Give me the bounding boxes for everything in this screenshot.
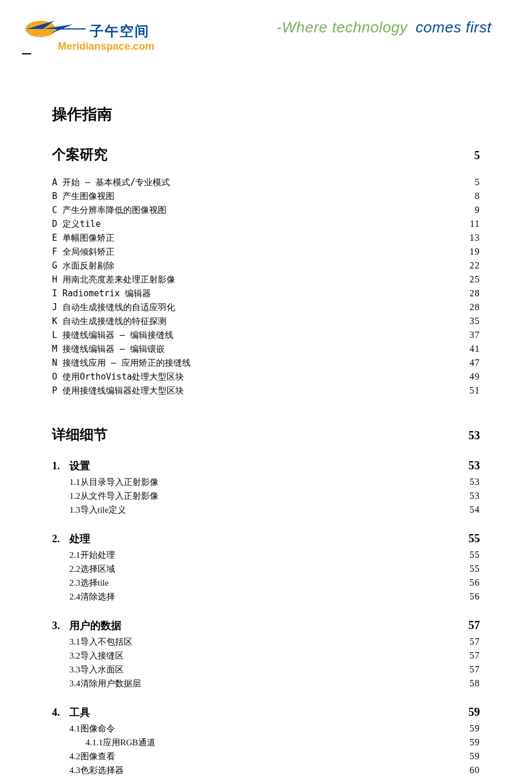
toc-label: F 全局倾斜矫正 <box>52 245 114 259</box>
toc-sub-label: 4.1图像命令 <box>69 722 115 735</box>
subsection-number: 4. <box>52 707 69 719</box>
toc-sub-label: 1.2从文件导入正射影像 <box>69 490 158 503</box>
toc-page: 51 <box>464 384 480 398</box>
toc-sub-page: 59 <box>464 722 480 735</box>
toc-sub-row: 3.2导入接缝区57 <box>52 649 480 663</box>
header-dash <box>22 53 31 54</box>
toc-sub-row: 4.1图像命令59 <box>52 722 480 735</box>
toc-label: K 自动生成接缝线的特征探测 <box>52 315 167 328</box>
toc-label: B 产生图像视图 <box>52 190 114 203</box>
section-page: 5 <box>474 149 480 162</box>
toc-label: J 自动生成接缝线的自适应羽化 <box>52 301 175 314</box>
toc-sub-page: 56 <box>464 576 480 590</box>
toc-page: 19 <box>464 245 480 259</box>
toc-label: E 单幅图像矫正 <box>52 231 114 245</box>
logo-url: Meridianspace.com <box>58 41 154 53</box>
toc-label: H 用南北亮度差来处理正射影像 <box>52 273 175 286</box>
subsection-head: 4.工具59 <box>52 705 480 719</box>
section-title: 个案研究 <box>52 145 108 164</box>
toc-page: 13 <box>464 231 480 245</box>
toc-row: K 自动生成接缝线的特征探测35 <box>52 314 480 328</box>
toc-page: 28 <box>464 286 480 300</box>
toc-sub-page: 59 <box>464 749 480 763</box>
toc-row: A 开始 — 基本模式/专业模式5 <box>52 175 480 189</box>
subsection-head: 1.设置53 <box>52 459 480 473</box>
toc-row: B 产生图像视图8 <box>52 189 480 203</box>
tagline-part1: -Where technology <box>276 19 408 36</box>
toc-row: J 自动生成接缝线的自适应羽化28 <box>52 300 480 314</box>
toc-row: D 定义tile11 <box>52 217 480 231</box>
toc-page: 49 <box>464 370 480 384</box>
toc-list-cases: A 开始 — 基本模式/专业模式5B 产生图像视图8C 产生分辨率降低的图像视图… <box>52 175 480 398</box>
subsection-page: 53 <box>468 459 480 472</box>
section-page: 53 <box>468 429 480 442</box>
toc-page: 11 <box>464 217 480 231</box>
subsection-title: 工具 <box>69 705 468 719</box>
subsection-page: 57 <box>468 619 480 632</box>
toc-row: N 接缝线应用 — 应用矫正的接缝线47 <box>52 356 480 370</box>
toc-sub-label: 3.4清除用户数据层 <box>69 677 141 690</box>
subsection-page: 55 <box>468 532 480 545</box>
toc-sub-row: 4.2图像查看59 <box>52 749 480 763</box>
subsection-number: 3. <box>52 620 69 632</box>
subsection-title: 用户的数据 <box>69 619 468 632</box>
section-title: 详细细节 <box>52 425 108 444</box>
toc-sub-page: 55 <box>464 548 480 562</box>
toc-sub-row: 2.4清除选择56 <box>52 590 480 604</box>
page-header: 子午空间 Meridianspace.com -Where technology… <box>0 0 532 64</box>
toc-row: G 水面反射剔除22 <box>52 259 480 273</box>
toc-label: A 开始 — 基本模式/专业模式 <box>52 176 170 189</box>
logo-text-cn: 子午空间 <box>90 22 150 41</box>
toc-sub-label: 4.1.1应用RGB通道 <box>86 736 156 749</box>
toc-sub-row: 1.3导入tile定义54 <box>52 503 480 517</box>
tagline-part2: comes first <box>416 19 492 36</box>
toc-sub-page: 56 <box>464 590 480 604</box>
toc-sub-label: 2.1开始处理 <box>69 549 115 562</box>
toc-row: M 接缝线编辑器 — 编辑镶嵌41 <box>52 342 480 356</box>
toc-sub-page: 60 <box>464 763 480 776</box>
subsection-page: 59 <box>468 705 480 719</box>
toc-label: I Radiometrix 编辑器 <box>52 287 151 300</box>
toc-sub-page: 53 <box>464 475 480 489</box>
toc-row: E 单幅图像矫正13 <box>52 231 480 245</box>
toc-page: 25 <box>464 273 480 286</box>
toc-label: O 使用OrthoVista处理大型区块 <box>52 370 184 384</box>
toc-row: O 使用OrthoVista处理大型区块49 <box>52 370 480 384</box>
toc-sub-row: 1.2从文件导入正射影像53 <box>52 489 480 503</box>
toc-page: 8 <box>464 189 480 203</box>
toc-sub-label: 2.2选择区域 <box>69 562 115 576</box>
toc-sub-page: 54 <box>464 503 480 517</box>
toc-label: G 水面反射剔除 <box>52 259 114 273</box>
toc-sub-page: 57 <box>464 635 480 649</box>
toc-label: C 产生分辨率降低的图像视图 <box>52 204 167 217</box>
toc-sub-row: 3.1导入不包括区57 <box>52 635 480 649</box>
toc-sub-label: 1.1从目录导入正射影像 <box>69 476 158 489</box>
toc-sub-row: 2.1开始处理55 <box>52 548 480 562</box>
subsection-number: 1. <box>52 460 69 472</box>
toc-sub-label: 3.1导入不包括区 <box>69 635 132 649</box>
toc-sub-label: 3.2导入接缝区 <box>69 649 124 663</box>
toc-sub-row: 4.3色彩选择器60 <box>52 763 480 776</box>
toc-sub-row: 4.1.1应用RGB通道59 <box>52 735 480 749</box>
toc-page: 22 <box>464 259 480 273</box>
section-case-study: 个案研究 5 <box>52 145 480 164</box>
toc-sub-row: 3.3导入水面区57 <box>52 663 480 676</box>
toc-sub-row: 1.1从目录导入正射影像53 <box>52 475 480 489</box>
toc-page: 28 <box>464 300 480 314</box>
toc-page: 37 <box>464 328 480 342</box>
toc-sub-label: 2.4清除选择 <box>69 590 115 604</box>
toc-page: 5 <box>464 175 480 189</box>
toc-page: 41 <box>464 342 480 356</box>
toc-row: P 使用接缝线编辑器处理大型区块51 <box>52 384 480 398</box>
tagline: -Where technology comes first <box>276 19 492 36</box>
toc-sub-page: 55 <box>464 562 480 576</box>
toc-sub-row: 2.3选择tile56 <box>52 576 480 590</box>
toc-sub-label: 2.3选择tile <box>69 576 109 590</box>
page-title: 操作指南 <box>52 104 480 124</box>
toc-sub-row: 2.2选择区域55 <box>52 562 480 576</box>
toc-row: I Radiometrix 编辑器28 <box>52 286 480 300</box>
subsection-head: 2.处理55 <box>52 532 480 546</box>
toc-sub-row: 3.4清除用户数据层58 <box>52 676 480 690</box>
toc-label: M 接缝线编辑器 — 编辑镶嵌 <box>52 343 165 356</box>
toc-row: F 全局倾斜矫正19 <box>52 245 480 259</box>
